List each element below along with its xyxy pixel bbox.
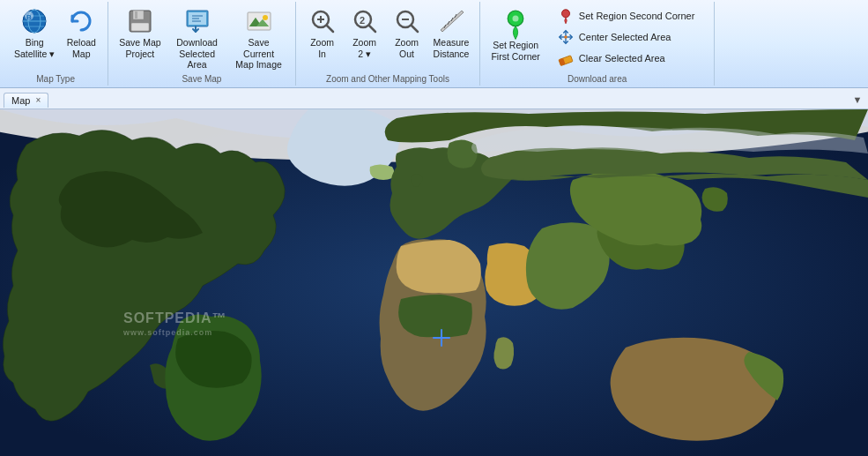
svg-marker-30 [441,11,464,32]
set-region-second-corner-label: Set Region Second Corner [579,11,694,21]
svg-point-37 [561,10,569,18]
measure-distance-label: Measure Distance [434,37,470,59]
save-current-map-image-label: Save Current Map Image [234,37,285,71]
svg-line-29 [412,26,418,32]
save-current-map-image-button[interactable]: Save Current Map Image [228,4,290,69]
download-selected-label: DownloadSelected Area [172,37,223,71]
download-icon [183,7,211,35]
zoom-out-button[interactable]: ZoomOut [386,4,428,69]
save-map-group: Save MapProject DownloadSelected Area [108,2,295,86]
bing-globe-icon: B [20,7,48,35]
svg-text:B: B [26,13,32,21]
green-pin-icon [501,10,530,38]
svg-rect-10 [131,23,149,31]
pin-small-icon [558,8,574,24]
svg-line-25 [369,26,375,32]
set-region-second-corner-button[interactable]: Set Region Second Corner [554,5,703,26]
center-arrows-icon [558,29,574,45]
tab-dropdown-button[interactable]: ▼ [850,93,864,107]
map-tab-label: Map [11,95,30,106]
zoom-out-icon [393,7,421,35]
center-selected-area-label: Center Selected Area [579,32,671,42]
set-region-first-corner-label: Set RegionFirst Corner [491,40,539,62]
reload-map-label: Reload Map [67,37,96,59]
eraser-icon [558,50,574,66]
zoom-in-label: ZoomIn [310,37,334,59]
svg-point-40 [564,35,568,39]
save-map-project-button[interactable]: Save MapProject [114,4,166,69]
center-selected-area-button[interactable]: Center Selected Area [554,26,703,48]
zoom-tools-group: ZoomIn 2 Zoom2 ▾ ZoomOut [296,2,481,86]
svg-point-36 [513,16,519,22]
tab-close-button[interactable]: × [35,95,41,105]
zoom-tools-label: Zoom and Other Mapping Tools [296,74,480,84]
download-area-label: Download area [480,74,713,84]
zoom-2-button[interactable]: 2 Zoom2 ▾ [344,4,386,69]
map-image-icon [245,7,273,35]
clear-selected-area-button[interactable]: Clear Selected Area [554,48,703,69]
reload-map-button[interactable]: Reload Map [60,4,102,69]
bing-satellite-label: Bing Satellite ▾ [14,37,55,59]
zoom-in-icon [308,7,337,35]
zoom-2-icon: 2 [351,7,379,35]
bing-satellite-button[interactable]: B Bing Satellite ▾ [9,4,60,69]
map-type-label: Map Type [4,74,108,84]
measure-distance-button[interactable]: Measure Distance [428,4,475,69]
svg-point-19 [263,15,268,20]
download-area-section: Set Region Second Corner Center Selected… [547,4,710,69]
tab-bar: Map × ▼ [0,88,868,109]
measure-icon [437,7,465,35]
save-map-label: Save Map [108,74,294,84]
svg-rect-8 [133,11,144,19]
svg-text:2: 2 [360,15,365,26]
save-map-project-label: Save MapProject [119,37,160,59]
map-type-group: B Bing Satellite ▾ Reload Map Map Type [4,2,108,86]
toolbar: B Bing Satellite ▾ Reload Map Map Type [0,0,868,88]
map-area[interactable]: SOFTPEDIA™ www.softpedia.com [0,109,868,456]
zoom-2-label: Zoom2 ▾ [352,37,376,59]
floppy-icon [126,7,154,35]
download-selected-area-button[interactable]: DownloadSelected Area [167,4,228,69]
clear-selected-area-label: Clear Selected Area [579,53,665,64]
svg-line-23 [327,26,333,32]
set-region-first-corner-button[interactable]: Set RegionFirst Corner [484,4,546,69]
world-map-svg [0,109,868,456]
zoom-out-label: ZoomOut [395,37,419,59]
svg-rect-16 [248,12,271,30]
zoom-in-button[interactable]: ZoomIn [301,4,344,69]
svg-rect-9 [135,11,137,19]
reload-icon [67,7,95,35]
map-tab[interactable]: Map × [4,93,48,108]
